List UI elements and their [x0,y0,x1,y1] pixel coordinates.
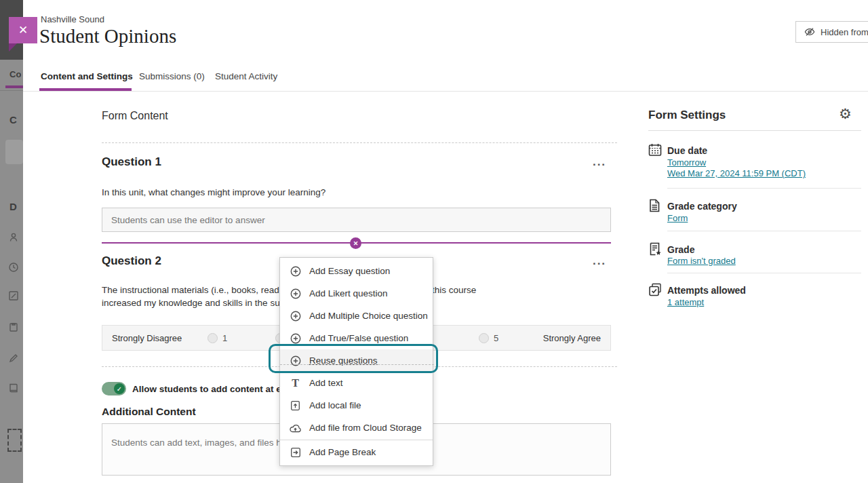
background-heading: C [9,114,17,125]
grade-category-link[interactable]: Form [667,213,688,223]
tab-bar: Content and Settings Submissions (0) Stu… [23,66,868,92]
gear-icon[interactable]: ⚙ [839,106,852,122]
background-dropzone [7,429,22,452]
menu-item-label: Add True/False question [309,333,408,343]
menu-item-label: Add text [309,378,343,388]
circle-plus-icon [290,333,301,344]
grade-label: Grade [667,244,694,255]
likert-radio[interactable] [208,333,218,343]
tab-content-and-settings[interactable]: Content and Settings [41,71,133,81]
grade-link[interactable]: Form isn't graded [667,256,736,266]
toggle-check-icon: ✓ [114,383,125,394]
grade-category-label: Grade category [667,201,737,212]
likert-radio[interactable] [479,333,489,343]
file-upload-icon [290,400,301,411]
background-heading: D [9,201,17,212]
divider [648,130,861,131]
likert-right-label: Strongly Agree [543,333,601,343]
page-title: Student Opinions [39,25,176,47]
page-break-icon [290,447,301,458]
question-2-menu-button[interactable]: ··· [593,260,606,267]
menu-item-add-text[interactable]: T Add text [280,372,433,394]
book-icon [8,383,19,393]
divider [667,273,861,273]
attempts-allowed-label: Attempts allowed [667,285,746,296]
likert-number: 1 [222,333,227,343]
menu-item-label: Add file from Cloud Storage [309,423,422,433]
calendar-icon [648,142,663,157]
likert-option-5: 5 [479,333,498,343]
insert-content-close-button[interactable]: ✕ [350,237,361,249]
due-date-label: Due date [667,145,707,156]
background-button [5,140,23,164]
add-content-menu: Add Essay question Add Likert question A… [279,257,433,466]
menu-divider [280,440,433,440]
menu-item-add-local-file[interactable]: Add local file [280,394,433,417]
close-panel-button[interactable]: ✕ [9,17,37,43]
eye-slash-icon [804,26,815,37]
menu-item-add-true-false-question[interactable]: Add True/False question [280,327,433,349]
grade-category-icon [648,198,661,213]
divider [667,231,861,231]
background-tab-underline [5,85,23,88]
roster-person-icon [8,232,19,243]
tab-submissions[interactable]: Submissions (0) [139,71,205,81]
breadcrumb-course-name: Nashville Sound [41,14,104,24]
due-date-relative-link[interactable]: Tomorrow [667,157,706,168]
menu-item-add-page-break[interactable]: Add Page Break [280,441,433,463]
editor-placeholder: Students can use the editor to answer [111,215,265,225]
form-settings-heading: Form Settings [648,109,726,122]
menu-item-label: Add Likert question [309,288,388,298]
menu-item-add-file-from-cloud-storage[interactable]: Add file from Cloud Storage [280,417,433,439]
clipboard-icon [8,322,19,332]
allow-student-content-toggle[interactable]: ✓ [102,382,126,395]
menu-item-label: Add Multiple Choice question [309,311,428,321]
additional-content-heading: Additional Content [102,406,196,418]
likert-left-label: Strongly Disagree [112,333,182,343]
likert-option-1: 1 [208,333,227,343]
menu-item-add-multiple-choice-question[interactable]: Add Multiple Choice question [280,305,433,327]
question-2-title: Question 2 [102,254,161,268]
progress-clock-icon [8,262,19,273]
menu-item-label: Add Essay question [309,266,390,276]
due-date-datetime-link[interactable]: Wed Mar 27, 2024 11:59 PM (CDT) [667,168,806,178]
circle-plus-icon [290,266,301,277]
menu-item-reuse-questions[interactable]: Reuse questions [280,349,433,372]
close-button-fold [9,43,17,52]
background-tab-label: Co [9,69,21,79]
attempts-icon [648,282,663,297]
dashed-divider [102,142,617,143]
question-1-answer-editor[interactable]: Students can use the editor to answer [102,208,611,232]
attempts-link[interactable]: 1 attempt [667,297,704,307]
pencil-icon [8,353,19,364]
cloud-upload-icon [290,423,301,433]
form-content-heading: Form Content [102,110,168,122]
menu-group-dashed-divider [280,364,434,365]
edit-square-icon [8,290,19,301]
active-tab-underline [39,88,132,91]
question-1-menu-button[interactable]: ··· [593,161,606,168]
divider [667,188,861,189]
circle-plus-icon [290,311,301,322]
text-icon: T [290,379,301,388]
question-1-title: Question 1 [102,155,161,169]
editor-placeholder: Students can add text, images, and files… [111,438,294,448]
visibility-button[interactable]: Hidden from [795,21,868,43]
question-2-prompt-line2: increased my knowledge and skills in the… [102,298,299,308]
visibility-button-label: Hidden from [821,27,868,37]
menu-item-add-likert-question[interactable]: Add Likert question [280,282,433,305]
menu-item-add-essay-question[interactable]: Add Essay question [280,260,433,282]
tab-student-activity[interactable]: Student Activity [215,71,277,81]
question-1-prompt: In this unit, what changes might improve… [102,187,326,197]
divider [0,90,23,91]
grade-icon [648,242,663,256]
likert-number: 5 [494,333,498,343]
circle-plus-icon [290,288,301,299]
background-course-page: Co C D [0,0,23,483]
menu-item-label: Add local file [309,400,361,410]
menu-item-label: Add Page Break [309,447,376,457]
